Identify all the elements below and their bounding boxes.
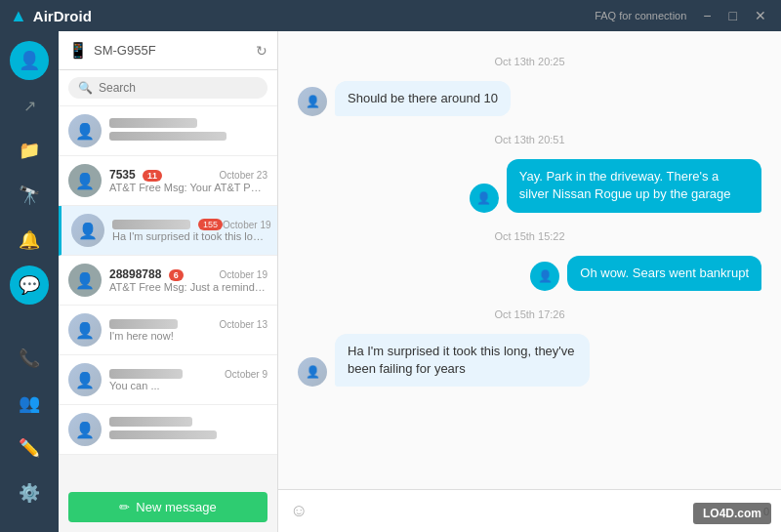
contact-name-blurred (109, 369, 183, 379)
contacts-icon: 👥 (19, 392, 40, 414)
avatar: 👤 (530, 262, 559, 291)
date-divider: Oct 13th 20:25 (298, 56, 761, 67)
avatar-icon: 👤 (75, 421, 95, 439)
contact-name: 28898788 6 (109, 267, 184, 281)
share-icon: ↗ (23, 97, 36, 115)
messages-icon: 💬 (19, 274, 40, 296)
chat-input-area: ☺ 0 (278, 489, 781, 532)
avatar: 👤 (71, 214, 104, 247)
avatar-icon: 👤 (78, 222, 98, 240)
device-name: SM-G955F (94, 43, 156, 58)
window-controls: − □ ✕ (698, 6, 771, 25)
gear-icon: ⚙️ (19, 482, 40, 504)
contact-name-blurred (109, 417, 192, 427)
contact-name-row: 7535 11 October 23 (109, 168, 267, 182)
chat-messages: Oct 13th 20:25 👤 Should be there around … (278, 31, 781, 489)
message-text: Yay. Park in the driveway. There's a sil… (519, 169, 731, 201)
find-icon: 🔭 (19, 184, 40, 206)
message-text: Oh wow. Sears went bankrupt (580, 266, 749, 280)
new-message-icon: ✏ (119, 500, 130, 514)
sidebar-item-calls[interactable]: 📞 (10, 339, 49, 378)
avatar: 👤 (298, 87, 327, 116)
list-item[interactable]: 👤 October 9 You can ... (59, 355, 277, 405)
avatar-icon: 👤 (306, 365, 320, 379)
refresh-button[interactable]: ↻ (256, 43, 267, 59)
device-label: 📱 SM-G955F (68, 41, 156, 60)
sidebar-item-notifications[interactable]: 🔔 (10, 221, 49, 260)
avatar: 👤 (68, 363, 102, 396)
sidebar-item-find[interactable]: 🔭 (10, 176, 49, 215)
search-bar: 🔍 (59, 70, 277, 106)
date-divider: Oct 13th 20:51 (298, 134, 761, 145)
list-item[interactable]: 👤 7535 11 October 23 AT&T Free Msg: Your… (59, 156, 277, 206)
profile-icon: 👤 (19, 50, 40, 71)
contact-preview: AT&T Free Msg: Just a reminder, y... (109, 281, 267, 293)
message-bubble: Yay. Park in the driveway. There's a sil… (507, 159, 761, 212)
contact-preview: Ha I'm surprised it took this long, th..… (112, 230, 267, 242)
contact-info: 7535 11 October 23 AT&T Free Msg: Your A… (109, 168, 267, 193)
avatar-icon: 👤 (75, 172, 95, 190)
list-item[interactable]: 👤 October 13 I'm here now! (59, 306, 277, 355)
list-item[interactable]: 👤 (59, 106, 277, 156)
contact-name-row (109, 118, 267, 128)
sidebar-item-messages[interactable]: 💬 (10, 266, 49, 305)
sidebar-item-share[interactable]: ↗ (10, 86, 49, 125)
contact-date: October 23 (220, 170, 267, 181)
message-row: 👤 Should be there around 10 (298, 81, 761, 116)
message-input[interactable] (317, 504, 753, 518)
emoji-button[interactable]: ☺ (290, 501, 308, 521)
search-icon: 🔍 (78, 81, 93, 95)
app-container: ▲ AirDroid FAQ for connection − □ ✕ 👤 ↗ … (0, 0, 781, 532)
contact-name-blurred (112, 220, 190, 229)
contact-name-blurred (109, 319, 178, 329)
title-bar-left: ▲ AirDroid (10, 6, 92, 26)
device-icon: 📱 (68, 41, 88, 60)
contact-info: 28898788 6 October 19 AT&T Free Msg: Jus… (109, 267, 267, 293)
sidebar-item-files[interactable]: 📁 (10, 131, 49, 170)
message-text: Ha I'm surprised it took this long, they… (348, 344, 575, 376)
sidebar: 👤 ↗ 📁 🔭 🔔 💬 📞 👥 (0, 31, 59, 532)
avatar-icon: 👤 (306, 95, 320, 108)
list-item[interactable]: 👤 28898788 6 October 19 AT&T Free Msg: J… (59, 256, 277, 306)
search-input[interactable] (99, 81, 258, 95)
message-bubble: Should be there around 10 (335, 81, 511, 116)
maximize-button[interactable]: □ (724, 6, 742, 25)
contact-info: October 13 I'm here now! (109, 319, 267, 342)
faq-link[interactable]: FAQ for connection (595, 10, 686, 21)
contact-info (109, 417, 267, 442)
main-content: 👤 ↗ 📁 🔭 🔔 💬 📞 👥 (0, 31, 781, 532)
new-message-button[interactable]: ✏ New message (68, 492, 267, 522)
sidebar-bottom: 📞 👥 ✏️ ⚙️ (10, 339, 49, 522)
bell-icon: 🔔 (19, 229, 40, 251)
chat-area: Oct 13th 20:25 👤 Should be there around … (278, 31, 781, 532)
contact-date: October 19 (220, 269, 267, 280)
contact-preview-blurred (109, 132, 226, 141)
sidebar-item-contacts[interactable]: 👥 (10, 384, 49, 423)
list-item[interactable]: 👤 (59, 405, 277, 455)
date-divider: Oct 15th 15:22 (298, 230, 761, 242)
avatar: 👤 (68, 264, 102, 297)
contact-name-row: October 9 (109, 369, 267, 380)
sidebar-item-edit[interactable]: ✏️ (10, 429, 49, 468)
message-row: Oh wow. Sears went bankrupt 👤 (298, 256, 761, 291)
contact-name-row: 28898788 6 October 19 (109, 267, 267, 281)
contact-list: 👤 👤 (59, 106, 277, 482)
contact-date: October 9 (225, 369, 267, 380)
new-message-label: New message (136, 500, 216, 514)
avatar-icon: 👤 (75, 122, 95, 141)
app-name: AirDroid (33, 8, 92, 24)
avatar-icon: 👤 (538, 269, 553, 283)
sidebar-item-profile[interactable]: 👤 (10, 41, 49, 80)
sidebar-item-settings[interactable]: ⚙️ (10, 473, 49, 512)
date-divider: Oct 15th 17:26 (298, 308, 761, 320)
avatar-icon: 👤 (476, 191, 491, 205)
files-icon: 📁 (19, 140, 40, 161)
minimize-button[interactable]: − (698, 6, 716, 25)
contact-info: October 9 You can ... (109, 369, 267, 391)
close-button[interactable]: ✕ (750, 6, 771, 25)
message-text: Should be there around 10 (348, 91, 498, 105)
char-count: 0 (763, 506, 769, 517)
message-bubble: Ha I'm surprised it took this long, they… (335, 334, 590, 387)
list-item[interactable]: 👤 155 October 19 Ha I'm surprised it too… (59, 206, 277, 256)
app-logo: ▲ AirDroid (10, 6, 92, 26)
